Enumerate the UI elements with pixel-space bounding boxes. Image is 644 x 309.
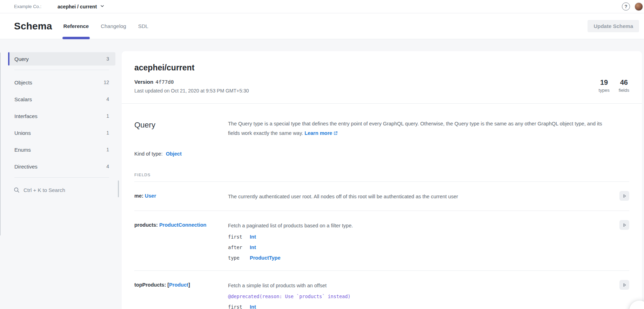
- arg-name: after: [228, 245, 250, 250]
- run-query-button[interactable]: [619, 191, 629, 201]
- sidebar-item-count: 3: [106, 56, 109, 62]
- version-value: 4f77d0: [155, 79, 174, 85]
- sidebar-item-query[interactable]: Query 3: [8, 52, 115, 66]
- sidebar-item-directives[interactable]: Directives 4: [8, 160, 115, 173]
- field-arg: after Int: [228, 245, 615, 250]
- question-mark-icon: ?: [625, 4, 628, 9]
- field-description: Fetch a paginated list of products based…: [228, 222, 615, 229]
- divider: [14, 70, 109, 70]
- tab-changelog[interactable]: Changelog: [101, 13, 126, 39]
- arg-type-link[interactable]: ProductType: [250, 255, 281, 261]
- type-name: Query: [134, 121, 228, 138]
- help-button[interactable]: ?: [622, 2, 630, 11]
- graph-selector-label: acephei / current: [58, 4, 97, 9]
- sidebar-item-count: 1: [106, 147, 109, 152]
- divider: [14, 177, 109, 178]
- page-title: Schema: [14, 21, 52, 32]
- field-row-me: me: User The currently authenticated use…: [134, 182, 629, 211]
- sidebar-item-count: 1: [106, 113, 109, 119]
- chevron-down-icon: [100, 4, 105, 10]
- stat-value: 46: [619, 78, 629, 87]
- kind-type-link[interactable]: Object: [166, 151, 182, 157]
- kind-of-type-row: Kind of type: Object: [134, 151, 629, 157]
- graph-title: acephei/current: [134, 63, 249, 73]
- tab-reference[interactable]: Reference: [63, 13, 89, 39]
- sidebar-item-unions[interactable]: Unions 1: [8, 126, 115, 139]
- stat-label: fields: [619, 88, 629, 93]
- play-icon: [622, 194, 627, 198]
- fields-section-label: FIELDS: [134, 173, 629, 182]
- content-area: Query 3 Objects 12 Scalars 4 Interfaces …: [0, 39, 644, 309]
- sidebar-item-count: 4: [106, 164, 109, 169]
- stat-label: types: [599, 88, 610, 93]
- arg-name: first: [228, 304, 250, 309]
- update-schema-button[interactable]: Update Schema: [588, 20, 639, 32]
- arg-name: type: [228, 255, 250, 261]
- sidebar-item-interfaces[interactable]: Interfaces 1: [8, 109, 115, 123]
- run-query-button[interactable]: [619, 280, 629, 290]
- sidebar-item-objects[interactable]: Objects 12: [8, 76, 115, 89]
- arg-type-link[interactable]: Int: [250, 304, 256, 309]
- sidebar-item-count: 1: [106, 130, 109, 136]
- deprecated-directive: @deprecated(reason: Use `products` inste…: [228, 294, 615, 299]
- version-label: Version: [134, 79, 153, 85]
- arg-name: first: [228, 234, 250, 240]
- field-name: topProducts:: [134, 282, 166, 288]
- search-icon: [14, 187, 20, 193]
- last-updated: Last updated on Oct 21, 2020 at 9:53 PM …: [134, 88, 249, 94]
- external-link-icon: [334, 131, 338, 136]
- sidebar-scrollbar-thumb[interactable]: [118, 180, 119, 197]
- sidebar-item-scalars[interactable]: Scalars 4: [8, 92, 115, 106]
- org-label: Example Co.:: [14, 4, 41, 9]
- stat-value: 19: [599, 78, 610, 87]
- sidebar-item-label: Directives: [14, 164, 38, 170]
- field-arg: first Int: [228, 304, 615, 309]
- sidebar-item-label: Enums: [14, 147, 31, 153]
- play-icon: [622, 223, 627, 227]
- field-row-products: products: ProductConnection Fetch a pagi…: [134, 211, 629, 271]
- arg-type-link[interactable]: Int: [250, 245, 256, 250]
- stat-fields: 46 fields: [619, 78, 629, 93]
- graph-selector[interactable]: acephei / current: [58, 4, 105, 10]
- learn-more-link[interactable]: Learn more: [304, 130, 338, 136]
- schema-stats: 19 types 46 fields: [599, 78, 629, 94]
- tab-bar: Reference Changelog SDL: [63, 13, 148, 39]
- field-description: Fetch a simple list of products with an …: [228, 282, 615, 289]
- schema-reference-card: acephei/current Version4f77d0 Last updat…: [122, 51, 642, 309]
- field-description: The currently authenticated user root. A…: [228, 193, 615, 200]
- sidebar-item-label: Query: [14, 56, 29, 62]
- run-query-button[interactable]: [619, 220, 629, 230]
- sidebar-item-count: 4: [106, 96, 109, 102]
- arg-type-link[interactable]: Int: [250, 234, 256, 240]
- schema-search[interactable]: Ctrl + K to Search: [8, 183, 115, 197]
- sidebar-item-label: Unions: [14, 130, 31, 136]
- left-scrollbar-track: [0, 53, 1, 235]
- field-name: me:: [134, 193, 143, 199]
- field-type-link[interactable]: User: [145, 193, 156, 199]
- divider: [122, 103, 642, 104]
- play-icon: [622, 283, 627, 287]
- sidebar-item-label: Interfaces: [14, 113, 38, 119]
- sidebar-item-label: Objects: [14, 80, 32, 85]
- avatar[interactable]: [635, 2, 643, 11]
- bracket-close: ]: [188, 282, 190, 288]
- top-bar: Example Co.: acephei / current ?: [0, 0, 644, 13]
- field-type-link[interactable]: Product: [169, 282, 188, 288]
- search-hint: Ctrl + K to Search: [24, 187, 65, 193]
- field-arg: first Int: [228, 234, 615, 240]
- field-name: products:: [134, 222, 158, 228]
- sidebar-item-enums[interactable]: Enums 1: [8, 143, 115, 156]
- field-type-link[interactable]: ProductConnection: [159, 222, 207, 228]
- stat-types: 19 types: [599, 78, 610, 93]
- type-description: The Query type is a special type that de…: [228, 119, 629, 138]
- sidebar-item-count: 12: [103, 80, 109, 85]
- kind-label: Kind of type:: [134, 151, 163, 157]
- field-arg: type ProductType: [228, 255, 615, 261]
- tab-sdl[interactable]: SDL: [138, 13, 148, 39]
- type-nav-sidebar: Query 3 Objects 12 Scalars 4 Interfaces …: [8, 52, 115, 197]
- field-row-topproducts: topProducts: [Product] Fetch a simple li…: [134, 271, 629, 309]
- sidebar-item-label: Scalars: [14, 96, 32, 102]
- page-header: Schema Reference Changelog SDL Update Sc…: [0, 13, 644, 39]
